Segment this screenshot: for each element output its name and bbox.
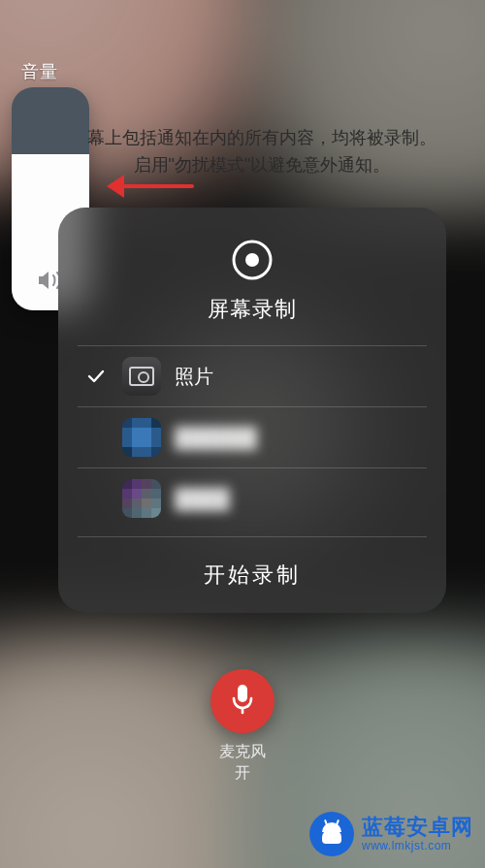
microphone-icon — [229, 683, 256, 720]
checkmark-icon — [83, 367, 109, 386]
watermark-url: www.lmkjst.com — [362, 840, 473, 853]
record-circle-icon — [231, 239, 274, 285]
watermark-badge — [309, 812, 354, 856]
destination-option-redacted-1[interactable]: ██████ — [78, 407, 427, 468]
option-label-redacted: ██████ — [175, 427, 257, 449]
microphone-label: 麦克风 开 — [219, 741, 266, 784]
disclaimer-line1: 幕上包括通知在内的所有内容，均将被录制。 — [87, 128, 436, 147]
start-recording-button[interactable]: 开始录制 — [78, 536, 427, 613]
screen-record-panel: 屏幕录制 照片 ██████ — [58, 208, 446, 613]
app-icon-pixelated — [122, 418, 161, 457]
disclaimer-line2: 启用"勿扰模式"以避免意外通知。 — [134, 155, 391, 175]
android-icon — [318, 824, 345, 844]
watermark-title: 蓝莓安卓网 — [362, 815, 473, 839]
microphone-toggle[interactable] — [210, 669, 275, 733]
svg-point-1 — [245, 253, 259, 267]
destination-list: 照片 ██████ ████ — [78, 345, 427, 529]
destination-option-redacted-2[interactable]: ████ — [78, 468, 427, 529]
recording-disclaimer: 幕上包括通知在内的所有内容，均将被录制。 启用"勿扰模式"以避免意外通知。 — [58, 124, 466, 178]
option-label-redacted: ████ — [175, 488, 230, 510]
camera-app-icon — [122, 357, 161, 396]
volume-label: 音量 — [21, 60, 58, 83]
start-label: 开始录制 — [204, 561, 301, 590]
destination-option-photos[interactable]: 照片 — [78, 346, 427, 407]
app-icon-pixelated — [122, 479, 161, 518]
svg-rect-2 — [238, 685, 247, 702]
option-label: 照片 — [175, 364, 213, 390]
site-watermark: 蓝莓安卓网 www.lmkjst.com — [309, 812, 473, 856]
panel-title: 屏幕录制 — [208, 295, 297, 324]
